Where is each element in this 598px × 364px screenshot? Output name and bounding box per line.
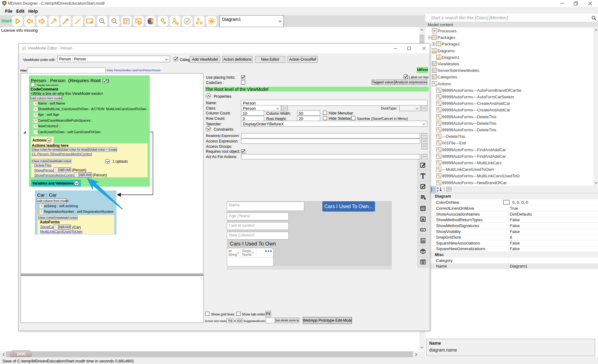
svg-text:Z: Z — [437, 189, 439, 192]
svg-text:btn: btn — [421, 229, 425, 231]
svg-text:list: list — [421, 239, 424, 241]
